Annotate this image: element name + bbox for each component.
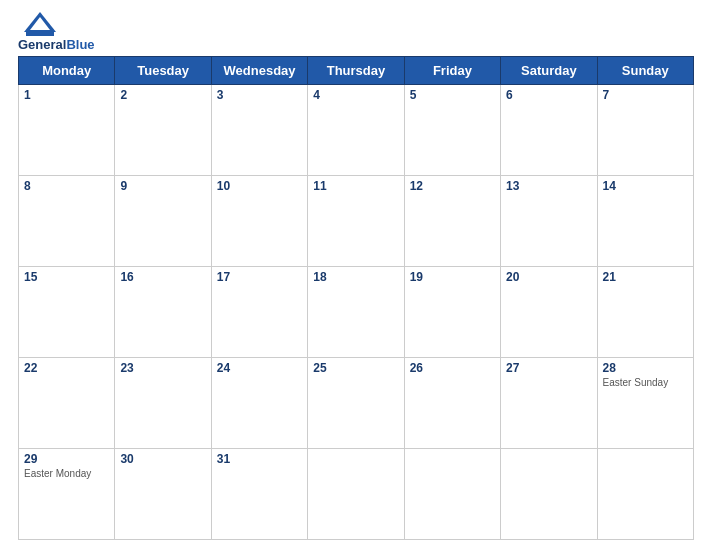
day-number: 8 <box>24 179 109 193</box>
day-number: 22 <box>24 361 109 375</box>
weekday-header-friday: Friday <box>404 57 500 85</box>
calendar-week-row: 891011121314 <box>19 176 694 267</box>
weekday-header-monday: Monday <box>19 57 115 85</box>
calendar-cell: 12 <box>404 176 500 267</box>
calendar-cell: 25 <box>308 358 404 449</box>
day-number: 16 <box>120 270 205 284</box>
calendar-cell: 20 <box>501 267 597 358</box>
weekday-header-wednesday: Wednesday <box>211 57 307 85</box>
calendar-cell: 26 <box>404 358 500 449</box>
weekday-header-tuesday: Tuesday <box>115 57 211 85</box>
day-number: 11 <box>313 179 398 193</box>
weekday-header-saturday: Saturday <box>501 57 597 85</box>
day-number: 20 <box>506 270 591 284</box>
calendar-cell: 8 <box>19 176 115 267</box>
logo-blue: Blue <box>66 38 94 52</box>
day-number: 24 <box>217 361 302 375</box>
calendar-cell: 9 <box>115 176 211 267</box>
day-number: 3 <box>217 88 302 102</box>
calendar-week-row: 15161718192021 <box>19 267 694 358</box>
calendar-cell: 5 <box>404 85 500 176</box>
calendar-cell: 17 <box>211 267 307 358</box>
day-number: 18 <box>313 270 398 284</box>
svg-rect-3 <box>26 32 54 36</box>
calendar-cell: 3 <box>211 85 307 176</box>
calendar-cell: 14 <box>597 176 693 267</box>
calendar-cell: 15 <box>19 267 115 358</box>
logo-icon <box>18 10 62 38</box>
weekday-header-sunday: Sunday <box>597 57 693 85</box>
calendar-cell: 23 <box>115 358 211 449</box>
calendar-cell: 18 <box>308 267 404 358</box>
weekday-header-row: MondayTuesdayWednesdayThursdayFridaySatu… <box>19 57 694 85</box>
day-number: 21 <box>603 270 688 284</box>
day-number: 29 <box>24 452 109 466</box>
day-number: 27 <box>506 361 591 375</box>
calendar-cell: 7 <box>597 85 693 176</box>
day-number: 30 <box>120 452 205 466</box>
day-number: 15 <box>24 270 109 284</box>
day-number: 17 <box>217 270 302 284</box>
logo-general: General <box>18 38 66 52</box>
calendar-cell: 29Easter Monday <box>19 449 115 540</box>
calendar-cell: 22 <box>19 358 115 449</box>
day-number: 23 <box>120 361 205 375</box>
holiday-label: Easter Monday <box>24 468 109 479</box>
calendar-week-row: 22232425262728Easter Sunday <box>19 358 694 449</box>
day-number: 4 <box>313 88 398 102</box>
calendar-cell: 24 <box>211 358 307 449</box>
logo: General Blue <box>18 10 95 52</box>
weekday-header-thursday: Thursday <box>308 57 404 85</box>
day-number: 7 <box>603 88 688 102</box>
calendar-cell <box>597 449 693 540</box>
calendar-cell: 27 <box>501 358 597 449</box>
day-number: 12 <box>410 179 495 193</box>
day-number: 25 <box>313 361 398 375</box>
calendar-cell: 21 <box>597 267 693 358</box>
calendar-cell: 2 <box>115 85 211 176</box>
calendar-cell <box>501 449 597 540</box>
calendar-cell: 11 <box>308 176 404 267</box>
day-number: 19 <box>410 270 495 284</box>
calendar-week-row: 29Easter Monday3031 <box>19 449 694 540</box>
calendar-cell <box>404 449 500 540</box>
calendar-cell: 28Easter Sunday <box>597 358 693 449</box>
holiday-label: Easter Sunday <box>603 377 688 388</box>
calendar-cell: 4 <box>308 85 404 176</box>
day-number: 2 <box>120 88 205 102</box>
day-number: 28 <box>603 361 688 375</box>
calendar-table: MondayTuesdayWednesdayThursdayFridaySatu… <box>18 56 694 540</box>
calendar-cell: 19 <box>404 267 500 358</box>
calendar-cell: 10 <box>211 176 307 267</box>
calendar-cell: 30 <box>115 449 211 540</box>
day-number: 14 <box>603 179 688 193</box>
calendar-week-row: 1234567 <box>19 85 694 176</box>
calendar-cell <box>308 449 404 540</box>
day-number: 26 <box>410 361 495 375</box>
day-number: 13 <box>506 179 591 193</box>
calendar-cell: 13 <box>501 176 597 267</box>
calendar-cell: 31 <box>211 449 307 540</box>
day-number: 10 <box>217 179 302 193</box>
page-header: General Blue <box>18 10 694 52</box>
day-number: 6 <box>506 88 591 102</box>
day-number: 9 <box>120 179 205 193</box>
calendar-cell: 6 <box>501 85 597 176</box>
day-number: 31 <box>217 452 302 466</box>
calendar-cell: 1 <box>19 85 115 176</box>
day-number: 1 <box>24 88 109 102</box>
day-number: 5 <box>410 88 495 102</box>
calendar-cell: 16 <box>115 267 211 358</box>
